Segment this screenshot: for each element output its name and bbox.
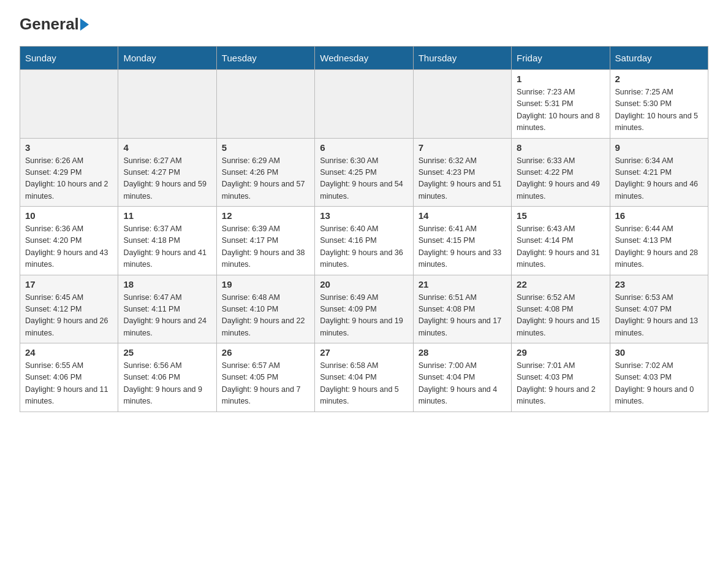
calendar-cell: 7Sunrise: 6:32 AMSunset: 4:23 PMDaylight…: [413, 138, 511, 207]
day-info: Sunrise: 6:43 AMSunset: 4:14 PMDaylight:…: [517, 223, 604, 271]
calendar-cell: 23Sunrise: 6:53 AMSunset: 4:07 PMDayligh…: [610, 275, 708, 343]
day-number: 8: [517, 142, 604, 153]
day-number: 23: [615, 279, 703, 289]
day-number: 26: [222, 347, 309, 358]
day-info: Sunrise: 7:00 AMSunset: 4:04 PMDaylight:…: [419, 360, 506, 408]
day-number: 19: [222, 279, 309, 289]
calendar-cell: 2Sunrise: 7:25 AMSunset: 5:30 PMDaylight…: [610, 70, 708, 139]
calendar-week-row: 17Sunrise: 6:45 AMSunset: 4:12 PMDayligh…: [20, 275, 708, 343]
calendar-cell: 18Sunrise: 6:47 AMSunset: 4:11 PMDayligh…: [118, 275, 216, 343]
day-number: 22: [517, 279, 604, 289]
weekday-header-tuesday: Tuesday: [216, 47, 314, 70]
day-number: 17: [25, 279, 113, 289]
calendar-cell: 14Sunrise: 6:41 AMSunset: 4:15 PMDayligh…: [413, 207, 511, 275]
day-info: Sunrise: 6:33 AMSunset: 4:22 PMDaylight:…: [517, 155, 604, 203]
calendar-cell: 10Sunrise: 6:36 AMSunset: 4:20 PMDayligh…: [20, 207, 118, 275]
day-info: Sunrise: 6:44 AMSunset: 4:13 PMDaylight:…: [615, 223, 703, 271]
calendar-week-row: 24Sunrise: 6:55 AMSunset: 4:06 PMDayligh…: [20, 343, 708, 412]
calendar-cell: 22Sunrise: 6:52 AMSunset: 4:08 PMDayligh…: [512, 275, 610, 343]
day-info: Sunrise: 6:47 AMSunset: 4:11 PMDaylight:…: [123, 292, 211, 340]
day-number: 12: [222, 210, 309, 221]
day-info: Sunrise: 7:25 AMSunset: 5:30 PMDaylight:…: [615, 86, 703, 134]
calendar-cell: [315, 70, 413, 139]
calendar-cell: 1Sunrise: 7:23 AMSunset: 5:31 PMDaylight…: [512, 70, 610, 139]
day-number: 30: [615, 347, 703, 358]
day-number: 7: [419, 142, 506, 153]
day-number: 6: [320, 142, 408, 153]
day-number: 21: [419, 279, 506, 289]
calendar-cell: 20Sunrise: 6:49 AMSunset: 4:09 PMDayligh…: [315, 275, 413, 343]
calendar-cell: 12Sunrise: 6:39 AMSunset: 4:17 PMDayligh…: [216, 207, 314, 275]
calendar-body: 1Sunrise: 7:23 AMSunset: 5:31 PMDaylight…: [20, 70, 708, 412]
calendar-table: SundayMondayTuesdayWednesdayThursdayFrid…: [20, 46, 708, 412]
day-info: Sunrise: 6:27 AMSunset: 4:27 PMDaylight:…: [123, 155, 211, 203]
calendar-cell: [118, 70, 216, 139]
day-info: Sunrise: 6:30 AMSunset: 4:25 PMDaylight:…: [320, 155, 408, 203]
calendar-cell: 3Sunrise: 6:26 AMSunset: 4:29 PMDaylight…: [20, 138, 118, 207]
day-number: 20: [320, 279, 408, 289]
weekday-header-thursday: Thursday: [413, 47, 511, 70]
calendar-cell: 4Sunrise: 6:27 AMSunset: 4:27 PMDaylight…: [118, 138, 216, 207]
day-info: Sunrise: 6:57 AMSunset: 4:05 PMDaylight:…: [222, 360, 309, 408]
calendar-cell: 30Sunrise: 7:02 AMSunset: 4:03 PMDayligh…: [610, 343, 708, 412]
logo-arrow-icon: [80, 18, 89, 31]
calendar-cell: 27Sunrise: 6:58 AMSunset: 4:04 PMDayligh…: [315, 343, 413, 412]
logo-general: General: [20, 15, 79, 34]
day-info: Sunrise: 6:40 AMSunset: 4:16 PMDaylight:…: [320, 223, 408, 271]
calendar-header: SundayMondayTuesdayWednesdayThursdayFrid…: [20, 47, 708, 70]
day-info: Sunrise: 6:41 AMSunset: 4:15 PMDaylight:…: [419, 223, 506, 271]
day-info: Sunrise: 6:55 AMSunset: 4:06 PMDaylight:…: [25, 360, 113, 408]
calendar-cell: 9Sunrise: 6:34 AMSunset: 4:21 PMDaylight…: [610, 138, 708, 207]
day-number: 11: [123, 210, 211, 221]
day-info: Sunrise: 6:58 AMSunset: 4:04 PMDaylight:…: [320, 360, 408, 408]
day-number: 14: [419, 210, 506, 221]
day-info: Sunrise: 6:39 AMSunset: 4:17 PMDaylight:…: [222, 223, 309, 271]
calendar-cell: 17Sunrise: 6:45 AMSunset: 4:12 PMDayligh…: [20, 275, 118, 343]
day-info: Sunrise: 6:37 AMSunset: 4:18 PMDaylight:…: [123, 223, 211, 271]
day-number: 2: [615, 74, 703, 84]
day-number: 16: [615, 210, 703, 221]
calendar-cell: 28Sunrise: 7:00 AMSunset: 4:04 PMDayligh…: [413, 343, 511, 412]
day-info: Sunrise: 7:01 AMSunset: 4:03 PMDaylight:…: [517, 360, 604, 408]
day-info: Sunrise: 6:29 AMSunset: 4:26 PMDaylight:…: [222, 155, 309, 203]
weekday-header-friday: Friday: [512, 47, 610, 70]
calendar-cell: 8Sunrise: 6:33 AMSunset: 4:22 PMDaylight…: [512, 138, 610, 207]
day-number: 10: [25, 210, 113, 221]
day-info: Sunrise: 6:34 AMSunset: 4:21 PMDaylight:…: [615, 155, 703, 203]
day-info: Sunrise: 6:48 AMSunset: 4:10 PMDaylight:…: [222, 292, 309, 340]
day-number: 25: [123, 347, 211, 358]
day-number: 28: [419, 347, 506, 358]
day-number: 1: [517, 74, 604, 84]
calendar-cell: 15Sunrise: 6:43 AMSunset: 4:14 PMDayligh…: [512, 207, 610, 275]
logo: General: [20, 15, 90, 34]
calendar-cell: 6Sunrise: 6:30 AMSunset: 4:25 PMDaylight…: [315, 138, 413, 207]
day-info: Sunrise: 6:52 AMSunset: 4:08 PMDaylight:…: [517, 292, 604, 340]
day-info: Sunrise: 6:49 AMSunset: 4:09 PMDaylight:…: [320, 292, 408, 340]
day-info: Sunrise: 6:56 AMSunset: 4:06 PMDaylight:…: [123, 360, 211, 408]
weekday-header-row: SundayMondayTuesdayWednesdayThursdayFrid…: [20, 47, 708, 70]
header: General: [20, 15, 708, 34]
calendar-week-row: 3Sunrise: 6:26 AMSunset: 4:29 PMDaylight…: [20, 138, 708, 207]
day-number: 5: [222, 142, 309, 153]
calendar-week-row: 10Sunrise: 6:36 AMSunset: 4:20 PMDayligh…: [20, 207, 708, 275]
day-number: 4: [123, 142, 211, 153]
day-number: 3: [25, 142, 113, 153]
calendar-cell: [216, 70, 314, 139]
calendar-cell: 29Sunrise: 7:01 AMSunset: 4:03 PMDayligh…: [512, 343, 610, 412]
calendar-cell: 5Sunrise: 6:29 AMSunset: 4:26 PMDaylight…: [216, 138, 314, 207]
weekday-header-sunday: Sunday: [20, 47, 118, 70]
calendar-cell: [20, 70, 118, 139]
day-info: Sunrise: 6:32 AMSunset: 4:23 PMDaylight:…: [419, 155, 506, 203]
calendar-cell: 26Sunrise: 6:57 AMSunset: 4:05 PMDayligh…: [216, 343, 314, 412]
weekday-header-saturday: Saturday: [610, 47, 708, 70]
calendar-cell: 13Sunrise: 6:40 AMSunset: 4:16 PMDayligh…: [315, 207, 413, 275]
day-info: Sunrise: 7:02 AMSunset: 4:03 PMDaylight:…: [615, 360, 703, 408]
calendar-cell: 24Sunrise: 6:55 AMSunset: 4:06 PMDayligh…: [20, 343, 118, 412]
day-number: 18: [123, 279, 211, 289]
day-info: Sunrise: 6:53 AMSunset: 4:07 PMDaylight:…: [615, 292, 703, 340]
day-info: Sunrise: 6:26 AMSunset: 4:29 PMDaylight:…: [25, 155, 113, 203]
day-number: 9: [615, 142, 703, 153]
weekday-header-monday: Monday: [118, 47, 216, 70]
calendar-cell: 11Sunrise: 6:37 AMSunset: 4:18 PMDayligh…: [118, 207, 216, 275]
day-info: Sunrise: 6:36 AMSunset: 4:20 PMDaylight:…: [25, 223, 113, 271]
